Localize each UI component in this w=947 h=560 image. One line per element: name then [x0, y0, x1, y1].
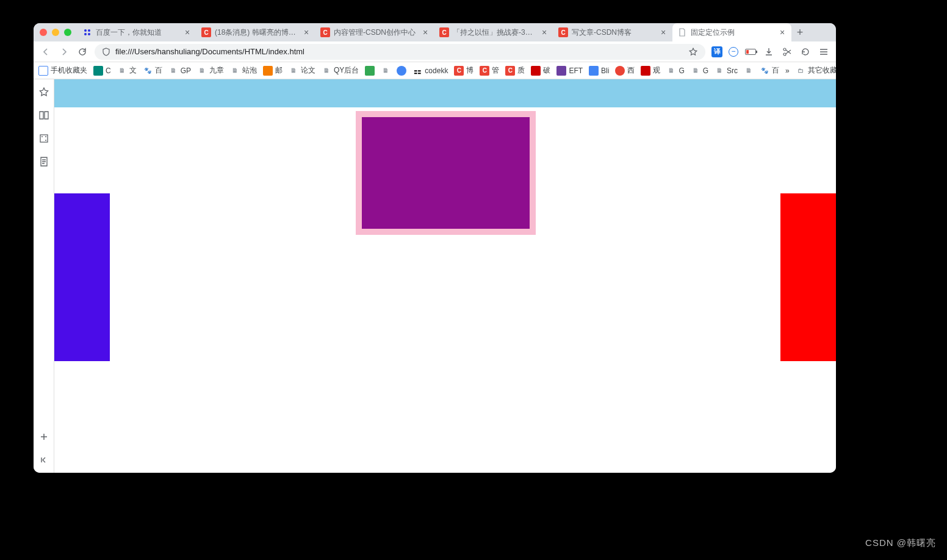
menu-icon[interactable] — [818, 46, 830, 58]
red-box — [780, 193, 836, 361]
scissors-icon[interactable] — [781, 46, 793, 58]
page-icon: 🗎 — [381, 66, 391, 76]
blue-icon — [397, 66, 406, 76]
star-icon[interactable] — [38, 87, 49, 98]
other-bookmarks[interactable]: 🗀其它收藏 — [796, 65, 836, 76]
bookmark-wen[interactable]: 🗎文 — [117, 65, 137, 76]
reload-button[interactable] — [76, 46, 88, 58]
close-tab-icon[interactable]: × — [778, 28, 787, 37]
close-window-button[interactable] — [40, 29, 47, 36]
bookmark-csdn-bo[interactable]: C博 — [454, 65, 474, 76]
tab-strip: 百度一下，你就知道 × C (18条消息) 韩曙亮的博客_C × C 内容管理-… — [34, 23, 836, 41]
bookmark-eft[interactable]: EFT — [556, 66, 583, 76]
tab-csdn-blog[interactable]: C (18条消息) 韩曙亮的博客_C × — [196, 23, 315, 41]
csdn-icon: C — [439, 27, 449, 37]
page-icon: 🗎 — [117, 66, 127, 76]
bookmark-g2[interactable]: 🗎G — [691, 66, 708, 76]
browser-window: 百度一下，你就知道 × C (18条消息) 韩曙亮的博客_C × C 内容管理-… — [34, 23, 836, 473]
bookmarks-bar: 手机收藏夹 C 🗎文 🐾百 🗎GP 🗎九章 🗎站泡 邮 🗎论文 🗎QY后台 🗎 … — [34, 62, 836, 79]
bookmark-lunwen[interactable]: 🗎论文 — [289, 65, 315, 76]
url-text: file:///Users/hanshuliang/Documents/HTML… — [115, 47, 304, 56]
download-icon[interactable] — [763, 46, 775, 58]
tab-csdn-write[interactable]: C 写文章-CSDN博客 × — [553, 23, 672, 41]
bookmark-baidu2[interactable]: 🐾百 — [760, 65, 779, 76]
purple-box — [362, 117, 530, 229]
tab-csdn-content[interactable]: C 内容管理-CSDN创作中心 × — [315, 23, 434, 41]
page-viewport — [54, 79, 836, 473]
sky-bar — [54, 79, 836, 107]
dice-icon[interactable] — [38, 133, 49, 144]
page-icon: 🗎 — [197, 66, 207, 76]
bookmark-xi[interactable]: 西 — [615, 65, 635, 76]
svg-point-7 — [41, 136, 43, 137]
svg-point-8 — [45, 140, 46, 141]
bookmark-po[interactable]: 破 — [531, 65, 550, 76]
bookmark-codekk[interactable]: ⚏codekk — [412, 66, 448, 76]
reader-icon[interactable] — [38, 110, 49, 121]
bookmark-qy[interactable]: 🗎QY后台 — [322, 65, 359, 76]
csdn-icon: C — [201, 27, 211, 37]
close-tab-icon[interactable]: × — [302, 28, 311, 37]
forward-button[interactable] — [58, 46, 70, 58]
svg-point-5 — [783, 48, 786, 51]
bookmark-csdn-zhi[interactable]: C质 — [505, 65, 525, 76]
bookmark-jiuzhang[interactable]: 🗎九章 — [197, 65, 224, 76]
teal-icon — [93, 66, 103, 76]
tab-title: 「持之以恒」挑战赛-30天挽 — [453, 27, 536, 38]
bookmark-green[interactable] — [365, 66, 375, 76]
bookmarks-overflow[interactable]: » — [785, 66, 790, 75]
bookmark-csdn-guan[interactable]: C管 — [480, 65, 499, 76]
add-icon[interactable] — [38, 431, 49, 442]
bookmark-blue[interactable] — [397, 66, 406, 76]
close-tab-icon[interactable]: × — [540, 28, 549, 37]
bookmark-guan[interactable]: 观 — [641, 65, 660, 76]
csdn-icon: C — [505, 66, 515, 76]
maximize-window-button[interactable] — [64, 29, 71, 36]
back-button[interactable] — [40, 46, 52, 58]
bookmark-mail[interactable]: 邮 — [263, 65, 283, 76]
bookmark-gp[interactable]: 🗎GP — [168, 66, 191, 76]
close-tab-icon[interactable]: × — [183, 28, 192, 37]
minimize-window-button[interactable] — [52, 29, 59, 36]
watermark: CSDN @韩曙亮 — [865, 537, 936, 549]
grid-icon: ⚏ — [412, 66, 422, 76]
csdn-icon: C — [558, 27, 568, 37]
bookmark-baidu[interactable]: 🐾百 — [143, 65, 162, 76]
note-icon[interactable] — [38, 156, 49, 167]
bookmark-page2[interactable]: 🗎 — [744, 66, 754, 76]
tab-title: (18条消息) 韩曙亮的博客_C — [215, 27, 298, 38]
bookmark-star-icon[interactable] — [688, 47, 698, 57]
bookmark-zhanpao[interactable]: 🗎站泡 — [230, 65, 257, 76]
new-tab-button[interactable]: + — [791, 23, 808, 41]
bookmark-g1[interactable]: 🗎G — [666, 66, 684, 76]
page-icon: 🗎 — [230, 66, 240, 76]
tab-title: 写文章-CSDN博客 — [572, 27, 655, 38]
history-icon[interactable] — [799, 46, 812, 58]
bookmark-c[interactable]: C — [93, 66, 111, 76]
security-icon — [102, 48, 110, 56]
zoom-icon[interactable]: − — [729, 47, 738, 57]
phone-icon — [38, 66, 48, 76]
csdn-icon: C — [480, 66, 489, 76]
csdn-icon: C — [320, 27, 330, 37]
tab-title: 内容管理-CSDN创作中心 — [334, 27, 417, 38]
tab-baidu[interactable]: 百度一下，你就知道 × — [77, 23, 196, 41]
translate-icon[interactable]: 译 — [711, 46, 722, 57]
page-icon: 🗎 — [168, 66, 178, 76]
close-tab-icon[interactable]: × — [659, 28, 668, 37]
close-tab-icon[interactable]: × — [421, 28, 430, 37]
bookmark-src[interactable]: 🗎Src — [715, 66, 738, 76]
tab-index-html[interactable]: 固定定位示例 × — [672, 23, 791, 41]
page-icon: 🗎 — [289, 66, 298, 76]
page-icon: 🗎 — [322, 66, 331, 76]
content-area — [34, 79, 836, 473]
svg-point-0 — [84, 29, 87, 32]
red-icon — [531, 66, 541, 76]
svg-point-9 — [45, 136, 46, 137]
bookmark-mobile[interactable]: 手机收藏夹 — [38, 65, 87, 76]
collapse-icon[interactable] — [38, 454, 49, 465]
tab-csdn-challenge[interactable]: C 「持之以恒」挑战赛-30天挽 × — [434, 23, 553, 41]
bookmark-page1[interactable]: 🗎 — [381, 66, 391, 76]
bookmark-bli[interactable]: Bli — [589, 66, 609, 76]
address-bar[interactable]: file:///Users/hanshuliang/Documents/HTML… — [95, 44, 705, 60]
